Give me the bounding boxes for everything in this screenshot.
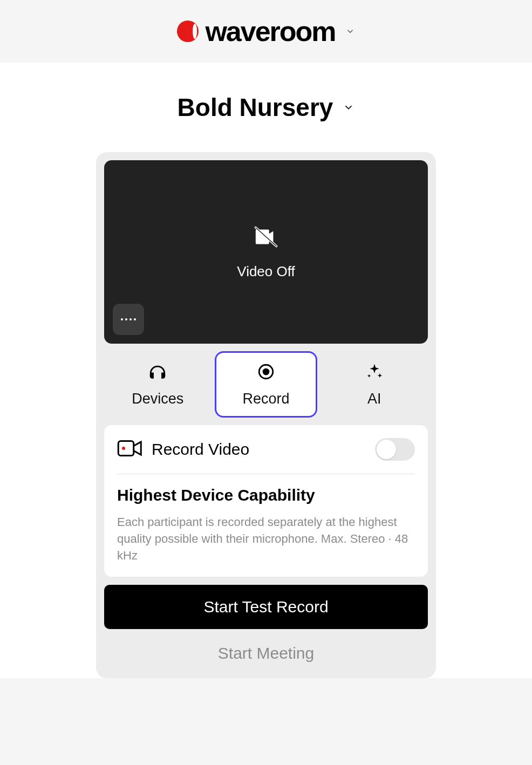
- start-meeting-button[interactable]: Start Meeting: [104, 629, 428, 670]
- record-video-toggle[interactable]: [375, 438, 415, 461]
- video-off-icon: [254, 224, 278, 251]
- brand-name: waveroom: [205, 15, 335, 47]
- tab-label: Devices: [132, 391, 183, 407]
- room-name: Bold Nursery: [178, 93, 333, 122]
- capability-title: Highest Device Capability: [117, 486, 415, 504]
- more-options-button[interactable]: [113, 304, 144, 335]
- main-content: Bold Nursery Video Off: [0, 63, 532, 678]
- room-selector[interactable]: Bold Nursery: [0, 93, 532, 122]
- tab-label: Record: [242, 391, 289, 407]
- start-test-record-button[interactable]: Start Test Record: [104, 585, 428, 629]
- chevron-down-icon: [343, 101, 354, 113]
- brand-logo-icon: [177, 21, 199, 42]
- brand-logo[interactable]: waveroom: [177, 15, 335, 47]
- record-icon: [257, 363, 275, 383]
- svg-rect-4: [118, 441, 134, 456]
- app-header: waveroom: [0, 0, 532, 63]
- video-status-label: Video Off: [237, 263, 295, 280]
- settings-tabs: Devices Record: [104, 344, 428, 425]
- chevron-down-icon[interactable]: [345, 26, 355, 36]
- setup-card: Video Off Devices: [96, 152, 436, 678]
- tab-devices[interactable]: Devices: [106, 351, 209, 418]
- svg-point-3: [263, 369, 269, 374]
- capability-description: Each participant is recorded separately …: [117, 514, 415, 564]
- tab-record[interactable]: Record: [215, 351, 318, 418]
- tab-label: AI: [367, 391, 381, 407]
- record-panel: Record Video Highest Device Capability E…: [104, 425, 428, 577]
- record-video-label: Record Video: [152, 440, 249, 459]
- video-camera-icon: [117, 439, 143, 460]
- sparkles-icon: [365, 363, 384, 383]
- headphones-icon: [148, 363, 167, 383]
- record-video-row: Record Video: [117, 438, 415, 461]
- video-preview: Video Off: [104, 160, 428, 344]
- divider: [117, 474, 415, 474]
- svg-point-5: [122, 447, 125, 450]
- tab-ai[interactable]: AI: [323, 351, 426, 418]
